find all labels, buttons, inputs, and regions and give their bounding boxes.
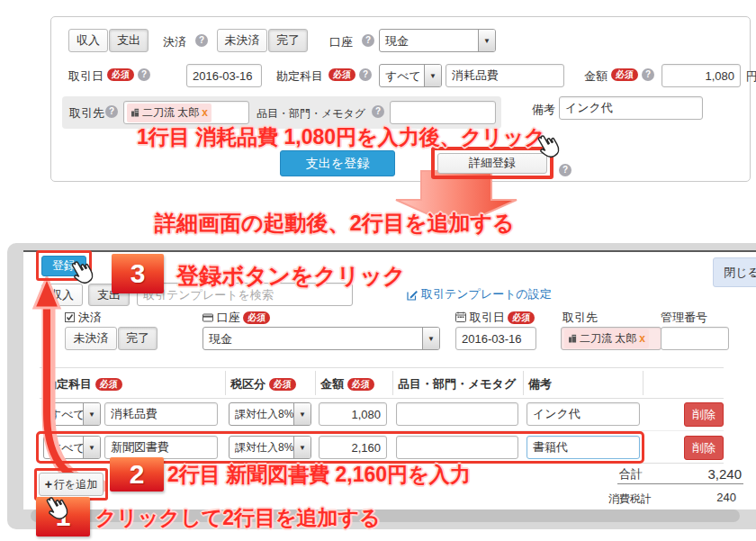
add-row-button[interactable]: + 行を追加 — [39, 473, 104, 496]
row1-memo-input[interactable] — [526, 402, 640, 426]
help-icon[interactable]: ? — [138, 68, 150, 81]
chevron-down-icon[interactable]: ▼ — [424, 65, 441, 86]
required-badge: 必須 — [328, 68, 356, 81]
annotation-step-1: クリックして2行目を追加する — [95, 504, 381, 532]
col-sep — [315, 371, 316, 395]
dialog-partner-label: 取引先 — [562, 310, 598, 326]
chevron-down-icon[interactable]: ▼ — [478, 30, 495, 51]
col-sep — [225, 371, 226, 395]
amount-label: 金額 — [584, 68, 608, 85]
help-icon[interactable]: ? — [372, 105, 384, 118]
category-input[interactable] — [446, 64, 564, 87]
expense-toggle[interactable]: 支出 — [109, 29, 148, 52]
header-tax: 税区分 必須 — [230, 376, 296, 392]
quick-entry-panel: 収入 支出 決済 ? 未決済 完了 口座 ? 現金 ▼ 取引日 必須 ? 勘定科… — [50, 16, 751, 182]
account-select-value: 現金 — [380, 30, 478, 51]
help-icon[interactable]: ? — [195, 34, 208, 47]
unsettled-toggle[interactable]: 未決済 — [217, 29, 267, 52]
annotation-step-2: 2行目 新聞図書費 2,160円を入力 — [167, 461, 471, 489]
template-settings-label: 取引テンプレートの設定 — [421, 286, 552, 302]
table-header-border — [40, 398, 724, 399]
col-sep — [392, 371, 393, 395]
chevron-down-icon[interactable]: ▼ — [422, 328, 439, 349]
remove-tag-icon[interactable]: x — [639, 332, 645, 345]
date-text: 取引日 — [470, 311, 505, 324]
annotation-step-between: 詳細画面の起動後、2行目を追加する — [155, 209, 515, 238]
help-icon[interactable]: ? — [359, 68, 372, 81]
category-filter-value: すべて — [380, 65, 424, 86]
control-number-label: 管理番号 — [661, 310, 707, 326]
category-filter-select[interactable]: すべて ▼ — [379, 64, 442, 87]
required-badge: 必須 — [508, 311, 535, 324]
amount-input[interactable] — [662, 64, 741, 87]
required-badge: 必須 — [347, 378, 374, 391]
help-icon[interactable]: ? — [559, 164, 572, 176]
settled-toggle[interactable]: 完了 — [268, 29, 308, 52]
required-badge: 必須 — [611, 68, 638, 81]
header-memo: 備考 — [528, 376, 552, 392]
dialog-account-value: 現金 — [203, 328, 422, 349]
remove-tag-icon[interactable]: x — [202, 106, 208, 119]
header-amount: 金額 必須 — [320, 376, 374, 392]
chevron-down-icon[interactable]: ▼ — [293, 403, 310, 425]
help-icon[interactable]: ? — [362, 34, 374, 47]
row1-item-input[interactable] — [396, 402, 518, 426]
account-select[interactable]: 現金 ▼ — [379, 29, 496, 52]
calendar-icon — [455, 311, 466, 322]
income-toggle[interactable]: 収入 — [68, 29, 108, 52]
total-value: 3,240 — [630, 466, 742, 482]
account-text: 口座 — [217, 311, 240, 324]
annotation-step-3: 登録ボタンをクリック — [176, 261, 406, 291]
dialog-date-label: 取引日 必須 — [455, 310, 535, 326]
step-badge-3: 3 — [112, 254, 164, 293]
building-icon — [130, 108, 140, 117]
required-badge: 必須 — [243, 311, 270, 324]
row1-delete-button[interactable]: 削除 — [684, 402, 724, 427]
dialog-account-select[interactable]: 現金 ▼ — [202, 327, 440, 350]
partner-tag[interactable]: 二刀流 太郎 x — [127, 104, 212, 122]
amount-unit: 円 — [746, 68, 756, 85]
help-icon[interactable]: ? — [642, 68, 654, 81]
memo-input[interactable] — [559, 96, 703, 120]
item-input[interactable] — [390, 101, 496, 124]
edit-icon — [407, 289, 418, 301]
table-top-border — [40, 367, 724, 368]
row1-tax-value: 課対仕入8% — [230, 403, 293, 425]
partner-tag-label: 二刀流 太郎 — [580, 331, 636, 347]
help-icon[interactable]: ? — [105, 105, 118, 118]
bank-card-icon — [202, 313, 213, 322]
row1-tax-select[interactable]: 課対仕入8% ▼ — [229, 402, 311, 426]
date-label: 取引日 — [68, 68, 104, 85]
partner-label: 取引先 — [69, 105, 104, 122]
building-icon — [568, 334, 577, 343]
add-row-highlight: + 行を追加 — [34, 468, 108, 500]
plus-icon: + — [45, 477, 52, 491]
template-settings-link[interactable]: 取引テンプレートの設定 — [407, 286, 552, 302]
partner-tag[interactable]: 二刀流 太郎 x — [564, 329, 649, 348]
register-expense-button[interactable]: 支出を登録 — [280, 150, 395, 176]
row2-delete-button[interactable]: 削除 — [684, 436, 724, 460]
partner-tag-label: 二刀流 太郎 — [142, 105, 199, 121]
tax-total-label: 消費税計 — [608, 491, 652, 507]
settlement-label: 決済 — [163, 34, 186, 50]
screen: 収入 支出 決済 ? 未決済 完了 口座 ? 現金 ▼ 取引日 必須 ? 勘定科… — [0, 0, 756, 541]
dialog-partner-field[interactable]: 二刀流 太郎 x — [561, 327, 662, 350]
item-label: 品目・部門・メモタグ — [256, 106, 365, 122]
col-sep — [523, 371, 524, 395]
tax-total-value: 240 — [666, 491, 736, 504]
dialog-date-input[interactable] — [455, 327, 536, 350]
row1-amount-input[interactable] — [319, 402, 387, 426]
category-label: 勘定科目 — [276, 68, 323, 85]
date-input[interactable] — [186, 64, 262, 87]
close-button[interactable]: 閉じる — [713, 257, 756, 287]
header-amount-text: 金額 — [320, 377, 344, 391]
col-sep — [643, 371, 644, 395]
partner-field[interactable]: 二刀流 太郎 x — [123, 101, 249, 124]
detail-register-button[interactable]: 詳細登録 — [437, 153, 547, 174]
required-badge: 必須 — [269, 378, 296, 391]
required-badge: 必須 — [107, 68, 134, 81]
control-number-input[interactable] — [661, 327, 729, 350]
annotation-step-top: 1行目 消耗品費 1,080円を入力後、クリック — [137, 123, 545, 151]
step-badge-2: 2 — [110, 457, 164, 491]
dialog-account-label: 口座 必須 — [202, 310, 270, 326]
